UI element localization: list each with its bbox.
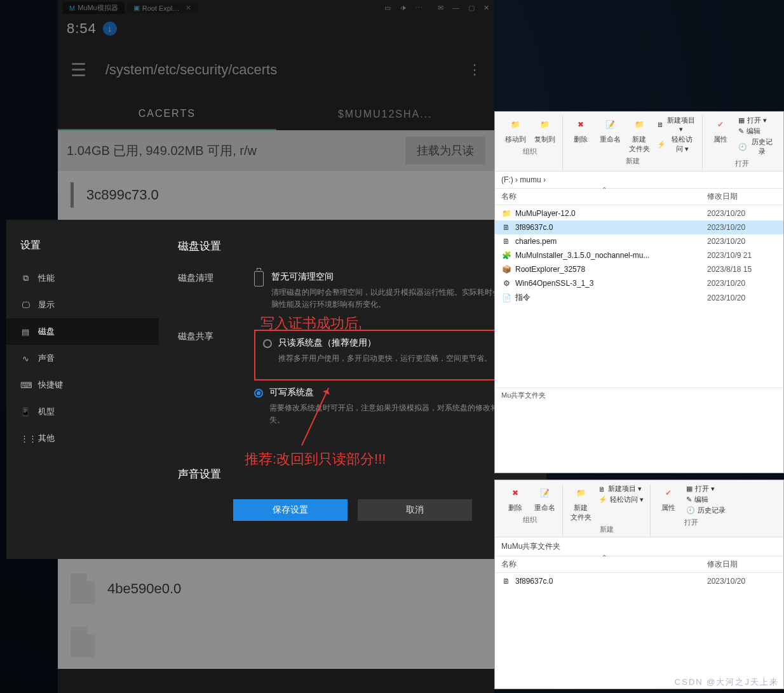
file-row[interactable]: 📁MuMuPlayer-12.02023/10/20 [495, 206, 783, 220]
phone-icon: 📱 [20, 407, 30, 417]
newfolder-button[interactable]: 📁新建 文件夹 [569, 484, 592, 522]
more-icon[interactable]: ⋯ [416, 4, 422, 12]
open-button[interactable]: ▦打开 ▾ [738, 116, 767, 125]
annotation-text-1: 写入证书成功后, [260, 314, 362, 333]
open-button[interactable]: ▦打开 ▾ [686, 484, 715, 494]
breadcrumb[interactable]: MuMu共享文件夹 [495, 537, 783, 556]
annotation-text-2: 推荐:改回到只读部分!!! [245, 450, 386, 469]
file-date: 2023/10/20 [707, 577, 777, 586]
file-row[interactable]: 📦RootExplorer_325782023/8/18 15 [495, 262, 783, 276]
overflow-icon[interactable]: ⋮ [468, 62, 482, 78]
rename-button[interactable]: 📝重命名 [598, 116, 621, 144]
file-row[interactable]: 📄指令2023/10/20 [495, 290, 783, 305]
sidebar-item-device[interactable]: 📱机型 [6, 398, 159, 425]
delete-icon: ✖ [506, 484, 524, 502]
menu-icon[interactable]: ▭ [384, 4, 391, 12]
emu-tab-root[interactable]: ▣ Root Expl… ✕ [127, 3, 198, 13]
status-time: 8:54 [67, 20, 97, 37]
file-row[interactable]: 🗎3f89637c.02023/10/20 [495, 574, 783, 588]
file-name: 4be590e0.0 [107, 581, 181, 597]
group-label: 组织 [504, 147, 556, 156]
sidebar-item-sound[interactable]: ∿声音 [6, 345, 159, 372]
sidebar-item-other[interactable]: ⋮⋮其他 [6, 425, 159, 452]
newitem-button[interactable]: 🗎新建项目 ▾ [598, 484, 642, 494]
file-row[interactable]: 4be590e0.0 [71, 562, 482, 616]
window-close-icon[interactable]: ✕ [483, 4, 489, 12]
moveto-button[interactable]: 📁移动到 [504, 116, 527, 144]
emulator-titlebar: M MuMu模拟器 ▣ Root Expl… ✕ ▭ 🕩 ⋯ ✉ — ▢ ✕ [58, 0, 494, 16]
breadcrumb[interactable]: (F:) › mumu › [495, 172, 783, 189]
file-list: 📁MuMuPlayer-12.02023/10/20 🗎3f89637c.020… [495, 205, 783, 306]
rename-icon: 📝 [601, 116, 619, 133]
mount-button[interactable]: 挂载为只读 [405, 137, 485, 165]
folder-tabs: CACERTS $MUMU12SHA... [58, 98, 494, 130]
emu-tab-mumu[interactable]: M MuMu模拟器 [63, 2, 125, 14]
sidebar-item-hotkey[interactable]: ⌨快捷键 [6, 372, 159, 398]
radio-readonly[interactable]: 只读系统盘（推荐使用） 推荐多开用户使用，多开启动更快，运行更流畅，空间更节省。 [263, 337, 518, 365]
edit-button[interactable]: ✎编辑 [738, 126, 760, 136]
file-icon: 🗎 [501, 222, 511, 232]
file-row[interactable]: 3c899c73.0 [71, 171, 482, 219]
save-button[interactable]: 保存设置 [233, 499, 348, 521]
settings-title: 设置 [6, 239, 159, 265]
properties-button[interactable]: ✔属性 [709, 116, 732, 144]
delete-button[interactable]: ✖删除 [569, 116, 592, 144]
display-icon: 🖵 [20, 300, 30, 310]
history-icon: 🕘 [686, 506, 695, 515]
copyto-button[interactable]: 📁复制到 [533, 116, 556, 144]
delete-button[interactable]: ✖删除 [504, 484, 527, 513]
mail-icon[interactable]: ✉ [438, 4, 443, 12]
tab-cacerts[interactable]: CACERTS [58, 98, 276, 130]
file-name: MuMuInstaller_3.1.5.0_nochannel-mu... [515, 251, 703, 260]
volume-icon[interactable]: 🕩 [400, 4, 407, 12]
col-date[interactable]: 修改日期 [707, 191, 777, 202]
col-name[interactable]: 名称 [501, 191, 707, 202]
radio-desc: 推荐多开用户使用，多开启动更快，运行更流畅，空间更节省。 [278, 353, 492, 365]
android-status-bar: 8:54 ↓ [58, 16, 494, 41]
radio-writable[interactable]: 可写系统盘 需要修改系统盘时可开启，注意如果升级模拟器，对系统盘的修改将会消失。 [254, 387, 527, 426]
download-icon: ↓ [103, 22, 117, 36]
file-row[interactable]: ⚙Win64OpenSSL-3_1_32023/10/20 [495, 276, 783, 290]
edit-icon: ✎ [738, 127, 744, 135]
minimize-icon[interactable]: — [452, 4, 459, 12]
properties-button[interactable]: ✔属性 [657, 484, 680, 513]
app-toolbar: ☰ /system/etc/security/cacerts ⋮ [58, 41, 494, 98]
maximize-icon[interactable]: ▢ [468, 4, 475, 12]
newfolder-button[interactable]: 📁新建 文件夹 [628, 116, 651, 154]
file-date: 2023/10/20 [707, 223, 777, 232]
newitem-button[interactable]: 🗎新建项目 ▾ [657, 116, 696, 133]
other-icon: ⋮⋮ [20, 434, 30, 443]
check-icon: ✔ [712, 116, 729, 133]
cancel-button[interactable]: 取消 [358, 499, 472, 521]
rename-button[interactable]: 📝重命名 [533, 484, 556, 513]
tab-label: Root Expl… [142, 4, 180, 12]
close-icon[interactable]: ✕ [186, 4, 191, 12]
newfolder-icon: 📁 [630, 116, 648, 133]
file-icon: 📁 [501, 208, 511, 219]
easyaccess-button[interactable]: ⚡轻松访问 ▾ [657, 135, 696, 154]
delete-icon: ✖ [572, 116, 590, 133]
file-name: 3f89637c.0 [515, 577, 703, 586]
sidebar-item-performance[interactable]: ⧉性能 [6, 265, 159, 292]
col-name[interactable]: 名称 [501, 559, 707, 570]
file-row[interactable]: 🗎3f89637c.02023/10/20 [495, 220, 783, 234]
edit-button[interactable]: ✎编辑 [686, 495, 708, 504]
disk-clean-label: 磁盘清理 [178, 271, 254, 311]
file-row[interactable]: 🗎charles.pem2023/10/20 [495, 234, 783, 248]
history-button[interactable]: 🕘历史记录 [738, 137, 774, 156]
sidebar-item-display[interactable]: 🖵显示 [6, 292, 159, 318]
sidebar-item-disk[interactable]: ▤磁盘 [6, 318, 159, 345]
radio-desc: 需要修改系统盘时可开启，注意如果升级模拟器，对系统盘的修改将会消失。 [269, 402, 527, 426]
file-row[interactable] [71, 616, 482, 669]
file-row[interactable]: 🧩MuMuInstaller_3.1.5.0_nochannel-mu...20… [495, 248, 783, 262]
history-button[interactable]: 🕘历史记录 [686, 506, 726, 515]
column-headers[interactable]: 名称 修改日期 [495, 556, 783, 573]
column-headers[interactable]: 名称 修改日期 [495, 189, 783, 205]
hamburger-icon[interactable]: ☰ [71, 60, 86, 81]
easyaccess-button[interactable]: ⚡轻松访问 ▾ [598, 495, 644, 504]
col-date[interactable]: 修改日期 [707, 559, 777, 570]
tab-mumushare[interactable]: $MUMU12SHA... [276, 98, 495, 130]
open-icon: ▦ [686, 485, 693, 493]
file-date: 2023/10/20 [707, 209, 777, 218]
file-icon: ⚙ [501, 278, 511, 288]
